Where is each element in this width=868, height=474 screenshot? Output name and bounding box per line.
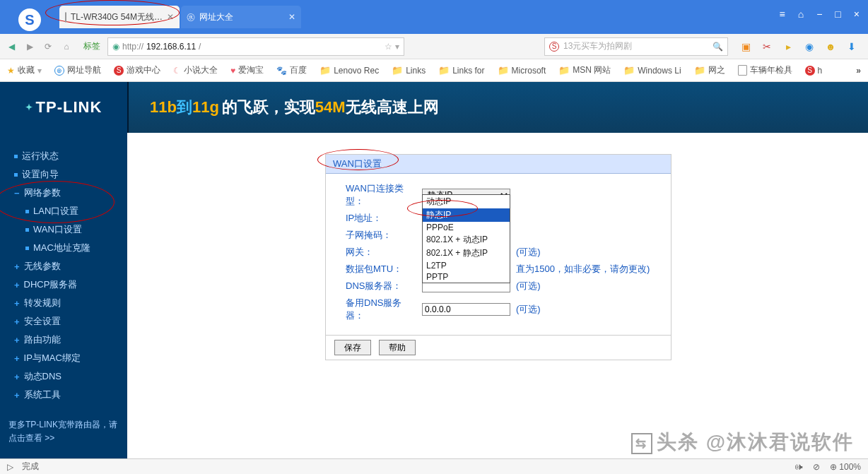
url-input[interactable]: ◉ http://192.168.6.11/ ☆ ▾ xyxy=(107,37,404,56)
folder-icon: 📁 xyxy=(319,65,331,76)
browser-logo: S xyxy=(0,6,59,34)
chat-icon[interactable]: ◉ xyxy=(803,40,816,53)
page-content: ✦TP-LINK 运行状态 设置向导 −网络参数 LAN口设置 WAN口设置 M… xyxy=(0,82,868,458)
menu-item-dhcp[interactable]: +DHCP服务器 xyxy=(0,275,127,294)
dns2-label: 备用DNS服务器： xyxy=(346,297,416,322)
back-button[interactable]: ◀ xyxy=(6,41,17,52)
menu-item-forward[interactable]: +转发规则 xyxy=(0,294,127,312)
ip-label: IP地址： xyxy=(346,212,416,225)
dropdown-option[interactable]: 802.1X + 静态IP xyxy=(423,247,510,260)
close-icon[interactable]: × xyxy=(854,8,860,20)
help-button[interactable]: 帮助 xyxy=(379,340,416,355)
tool-icon[interactable]: ▣ xyxy=(739,40,752,53)
folder-icon: 📁 xyxy=(558,65,570,76)
chevron-down-icon[interactable]: ▾ xyxy=(395,42,399,52)
panel-footer: 保存 帮助 xyxy=(326,335,671,360)
browser-tab[interactable]: ㊌ 网址大全 ✕ xyxy=(181,6,301,28)
menu-item-wireless[interactable]: +无线参数 xyxy=(0,257,127,275)
search-placeholder: 13元买车为拍网剧 xyxy=(563,40,632,52)
menu-item-security[interactable]: +安全设置 xyxy=(0,312,127,331)
bookmark-item[interactable]: 📁Microsoft xyxy=(498,65,546,76)
menu-item-status[interactable]: 运行状态 xyxy=(0,147,127,165)
close-icon[interactable]: ✕ xyxy=(167,12,174,22)
face-icon[interactable]: ☻ xyxy=(824,40,837,53)
menu-item-wan[interactable]: WAN口设置 xyxy=(0,220,127,239)
folder-icon: 📁 xyxy=(623,65,635,76)
save-button[interactable]: 保存 xyxy=(334,340,371,355)
home-button[interactable]: ⌂ xyxy=(61,41,72,52)
moon-icon: ☾ xyxy=(173,66,181,76)
page-icon xyxy=(65,12,66,23)
globe-icon: ⊕ xyxy=(54,66,64,76)
dropdown-option[interactable]: 动态IP xyxy=(423,195,510,208)
window-controls: ≡ ⌂ − □ × xyxy=(780,6,868,20)
app-icon: S xyxy=(114,66,124,76)
address-bar: ◀ ▶ ⟳ ⌂ 标签 ◉ http://192.168.6.11/ ☆ ▾ S … xyxy=(0,34,868,59)
conn-type-dropdown[interactable]: 动态IP 静态IP PPPoE 802.1X + 动态IP 802.1X + 静… xyxy=(422,194,510,283)
router-main: 11b到11g的飞跃，实现54M无线高速上网 WAN口设置 WAN口连接类型： … xyxy=(127,82,868,458)
reload-button[interactable]: ⟳ xyxy=(42,41,54,52)
mask-label: 子网掩码： xyxy=(346,229,416,242)
bookmark-item[interactable]: 📁Lenovo Rec xyxy=(319,65,379,76)
volume-icon[interactable]: 🕪 xyxy=(794,462,803,472)
bookmark-item[interactable]: 📁MSN 网站 xyxy=(558,64,611,76)
scissors-icon[interactable]: ✂ xyxy=(761,40,773,53)
menu-item-mac[interactable]: MAC地址克隆 xyxy=(0,239,127,257)
dns-label: DNS服务器： xyxy=(346,280,416,292)
dns2-input[interactable] xyxy=(422,303,510,316)
menu-icon[interactable]: ≡ xyxy=(780,8,785,20)
home-icon[interactable]: ⌂ xyxy=(798,8,804,20)
router-sidebar: ✦TP-LINK 运行状态 设置向导 −网络参数 LAN口设置 WAN口设置 M… xyxy=(0,82,127,458)
router-banner: 11b到11g的飞跃，实现54M无线高速上网 xyxy=(127,82,868,133)
menu-item-network[interactable]: −网络参数 xyxy=(0,184,127,202)
dropdown-option[interactable]: 静态IP xyxy=(423,208,510,222)
bookmark-item[interactable]: ♥爱淘宝 xyxy=(230,64,264,76)
bookmark-item[interactable]: ☾小说大全 xyxy=(173,64,218,76)
block-icon[interactable]: ⊘ xyxy=(813,462,820,472)
menu-item-wizard[interactable]: 设置向导 xyxy=(0,165,127,184)
bookmark-item[interactable]: 📁网之 xyxy=(694,64,725,76)
bookmark-item[interactable]: 📁Links xyxy=(392,65,426,76)
bookmark-item[interactable]: S游戏中心 xyxy=(114,64,160,76)
dropdown-option[interactable]: 802.1X + 动态IP xyxy=(423,233,510,247)
browser-tab[interactable]: TL-WR340G 54M无线… ✕ xyxy=(59,6,180,28)
dropdown-option[interactable]: PPTP xyxy=(423,271,510,283)
dropdown-option[interactable]: L2TP xyxy=(423,260,510,271)
shield-icon: ◉ xyxy=(112,42,119,52)
folder-icon: 📁 xyxy=(438,65,450,76)
tab-title: TL-WR340G 54M无线… xyxy=(71,11,163,23)
bookmarks-overflow[interactable]: » xyxy=(856,66,861,76)
bookmark-item[interactable]: ⊕网址导航 xyxy=(54,64,101,76)
bookmark-item[interactable]: 📁Links for xyxy=(438,65,484,76)
bookmark-item[interactable]: 🐾百度 xyxy=(276,64,307,76)
browser-statusbar: ▷ 完成 🕪 ⊘ ⊕ 100% xyxy=(0,458,868,474)
star-icon[interactable]: ☆ xyxy=(385,42,392,52)
play-icon[interactable]: ▷ xyxy=(7,462,13,472)
bookmarks-button[interactable]: ★收藏▾ xyxy=(7,64,42,76)
menu-item-system[interactable]: +系统工具 xyxy=(0,386,127,404)
panel-title: WAN口设置 xyxy=(326,155,671,174)
search-icon[interactable]: 🔍 xyxy=(712,42,723,52)
download-icon[interactable]: ⬇ xyxy=(845,40,858,53)
promo-link[interactable]: 更多TP-LINK宽带路由器，请点击查看 >> xyxy=(0,404,127,459)
maximize-icon[interactable]: □ xyxy=(835,8,840,20)
conn-type-label: WAN口连接类型： xyxy=(346,182,416,208)
minimize-icon[interactable]: − xyxy=(816,8,822,20)
forward-button[interactable]: ▶ xyxy=(24,41,35,52)
folder-icon: 📁 xyxy=(694,65,705,76)
zoom-level[interactable]: ⊕ 100% xyxy=(830,462,861,472)
bookmark-item[interactable]: 📁Windows Li xyxy=(623,65,681,76)
bookmarks-bar: ★收藏▾ ⊕网址导航 S游戏中心 ☾小说大全 ♥爱淘宝 🐾百度 📁Lenovo … xyxy=(0,59,868,82)
menu-item-lan[interactable]: LAN口设置 xyxy=(0,202,127,220)
close-icon[interactable]: ✕ xyxy=(288,12,295,22)
menu-item-ipmac[interactable]: +IP与MAC绑定 xyxy=(0,349,127,367)
menu-item-routing[interactable]: +路由功能 xyxy=(0,331,127,349)
bookmark-item[interactable]: Sh xyxy=(805,66,823,76)
bookmark-item[interactable]: 车辆年检具 xyxy=(738,64,792,76)
dropdown-option[interactable]: PPPoE xyxy=(423,222,510,233)
page-icon xyxy=(738,65,747,76)
paw-icon: 🐾 xyxy=(276,66,287,76)
menu-item-ddns[interactable]: +动态DNS xyxy=(0,367,127,386)
flag-icon[interactable]: ▸ xyxy=(782,40,794,53)
search-input[interactable]: S 13元买车为拍网剧 🔍 xyxy=(544,37,728,56)
